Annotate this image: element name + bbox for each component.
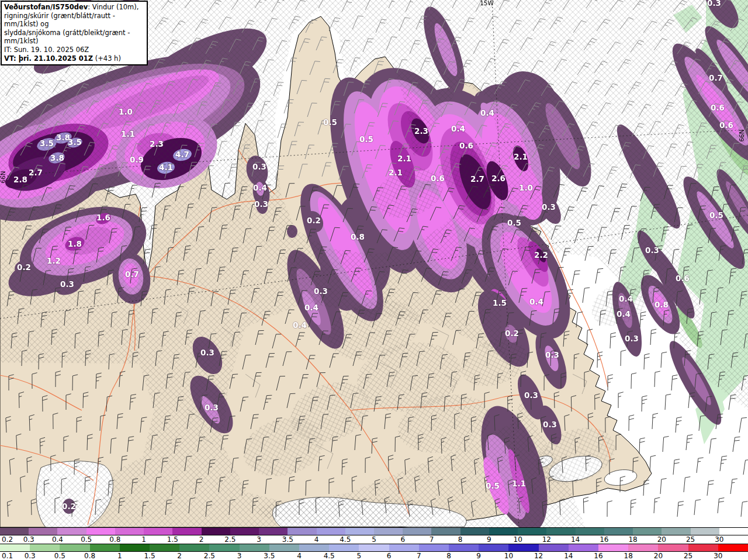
precip-value-label: 0.3 (543, 420, 557, 429)
colorbar-tick-label: 10 (504, 552, 513, 560)
colorbar-cell (0, 528, 29, 535)
precip-value-label: 1.1 (512, 479, 526, 488)
precip-value-label: 0.6 (676, 274, 690, 283)
colorbar-tick-label: 16 (594, 552, 602, 560)
precip-value-label: 0.8 (654, 300, 669, 309)
colorbar-tick-label: 5 (357, 552, 362, 560)
colorbar-cell (374, 528, 403, 535)
colorbar-cell (539, 544, 569, 551)
colorbar-cell (0, 544, 30, 551)
precip-value-label: 2.8 (13, 175, 27, 184)
colorbar-cell (29, 528, 58, 535)
colorbar-tick-label: 2 (199, 535, 204, 544)
colorbar-cell (718, 544, 748, 551)
precip-value-label: 0.2 (62, 502, 76, 511)
colorbar-cell (60, 544, 90, 551)
colorbar-tick-label: 4 (314, 535, 319, 544)
colorbar-tick-label: 12 (534, 552, 543, 560)
precip-value-label: 2.1 (514, 152, 528, 161)
precip-value-label: 2.2 (534, 250, 548, 260)
colorbar-tick-label: 3 (257, 535, 261, 544)
colorbar-cell (259, 528, 288, 535)
colorbar-tick-label: 3.5 (282, 535, 293, 544)
precip-value-label: 0.5 (507, 218, 521, 227)
colorbar-cell (90, 544, 120, 551)
precip-value-label: 0.2 (17, 262, 31, 272)
colorbar-tick-label: 6 (400, 535, 405, 544)
colorbar-cell (633, 528, 662, 535)
precip-value-label: 2.7 (29, 168, 43, 177)
precip-value-label: 0.7 (709, 73, 723, 82)
precip-value-label: 0.3 (205, 403, 219, 412)
precip-value-label: 1.0 (119, 107, 133, 116)
colorbar-tick-label: 1.5 (144, 552, 155, 560)
colorbar-tick-label: 1 (117, 552, 122, 560)
colorbar-tick-label: 7 (430, 535, 434, 544)
precip-value-label: 0.3 (545, 350, 559, 359)
precip-value-label: 0.8 (351, 232, 365, 241)
precip-value-label: 0.3 (254, 199, 268, 209)
colorbar-tick-label: 4 (297, 552, 302, 560)
precip-value-label: 3.8 (50, 153, 64, 163)
precip-value-label: 0.2 (505, 329, 519, 338)
colorbar-cell (299, 544, 330, 551)
colorbar-tick-label: 10 (514, 535, 522, 544)
colorbar-cell (144, 528, 173, 535)
precip-value-label: 0.4 (617, 309, 631, 319)
colorbar-tick-label: 20 (657, 535, 666, 544)
forecast-map: 0.31.01.13.83.53.53.82.72.82.30.94.74.10… (0, 0, 748, 527)
colorbar-cell (628, 544, 659, 551)
colorbar-tick-label: 2.5 (224, 535, 236, 544)
colorbar-tick-label: 9 (487, 535, 491, 544)
precip-value-label: 1.6 (96, 213, 110, 222)
colorbar-tick-label: 0.8 (109, 535, 120, 544)
precip-value-label: 0.4 (253, 183, 267, 192)
colorbar-cell (719, 528, 748, 535)
colorbar-cell (449, 544, 479, 551)
colorbar-cell (230, 528, 259, 535)
precip-value-label: 2.7 (470, 174, 484, 184)
colorbar-cell (240, 544, 270, 551)
colorbar-cell (419, 544, 449, 551)
colorbar-tick-label: 1 (141, 535, 146, 544)
colorbar-tick-label: 4.5 (324, 552, 335, 560)
colorbar-tick-label: 1.5 (167, 535, 178, 544)
colorbar-tick-label: 25 (684, 552, 692, 560)
colorbar-tick-label: 12 (542, 535, 551, 544)
colorbar-tick-label: 0.8 (84, 552, 95, 560)
colorbar-cell (86, 528, 116, 535)
precip-value-label: 0.3 (707, 0, 721, 8)
colorbar-tick-label: 14 (564, 552, 573, 560)
precip-value-label: 0.5 (359, 134, 373, 144)
colorbar-tick-label: 8 (446, 552, 451, 560)
cloud-hatch-overlay (0, 0, 748, 527)
precip-value-label: 0.3 (252, 162, 266, 171)
colorbar-tick-label: 18 (624, 552, 633, 560)
weather-map-screenshot: 0.31.01.13.83.53.53.82.72.82.30.94.74.10… (0, 0, 748, 560)
precip-value-label: 1.1 (121, 129, 135, 139)
title-line-1: Veðurstofan/IS750dev: Vindur (10m), (4, 3, 144, 12)
colorbar-cell (345, 528, 375, 535)
precip-value-label: 0.6 (459, 141, 473, 150)
colorbar-cell (604, 528, 633, 535)
colorbar-sleet-snow (0, 527, 748, 535)
precip-value-label: 1.5 (493, 298, 507, 307)
colorbar-cell (57, 528, 86, 535)
title-line-5: VT: þri. 21.10.2025 01Z (+43 h) (4, 54, 144, 63)
precip-value-label: 0.5 (323, 117, 337, 127)
precip-value-label: 0.3 (314, 286, 328, 296)
colorbar-cell (317, 528, 346, 535)
colorbar-cell (508, 544, 539, 551)
colorbar-cell (658, 544, 688, 551)
colorbar-tick-label: 0.4 (52, 535, 63, 544)
colorbar-cell (115, 528, 144, 535)
title-line-2: rigning/skúrir (grænt/blátt/rautt - mm/1… (4, 12, 144, 29)
colorbar-tick-label: 30 (715, 535, 723, 544)
colorbar-cell (489, 528, 518, 535)
precip-value-label: 2.1 (397, 154, 411, 163)
precip-value-label: 0.3 (625, 334, 639, 343)
colorbar-tick-label: 20 (654, 552, 663, 560)
colorbar-tick-label: 3 (237, 552, 242, 560)
colorbar-tick-label: 0.5 (81, 535, 92, 544)
colorbar-cell (403, 528, 432, 535)
